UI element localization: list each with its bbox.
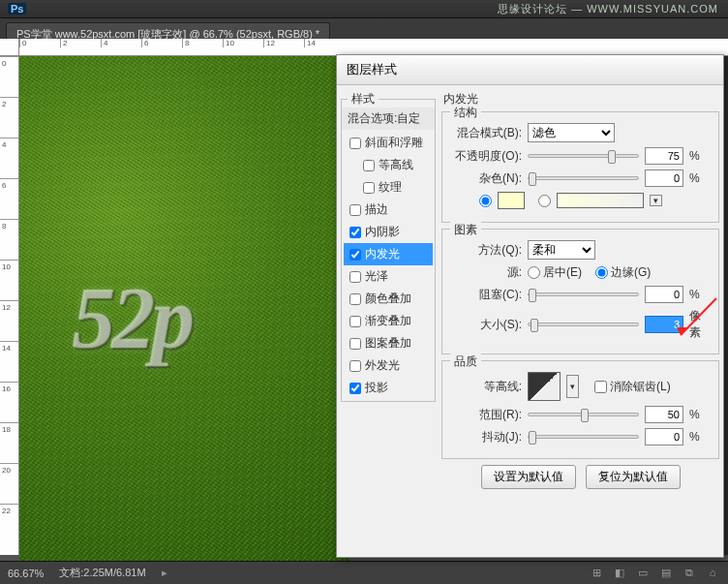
style-item-内阴影[interactable]: 内阴影 [344, 221, 433, 243]
pixel-unit: 像素 [689, 308, 711, 341]
style-checkbox[interactable] [349, 293, 361, 305]
technique-select[interactable]: 柔和 [528, 240, 595, 260]
statusbar-icon[interactable]: ◧ [612, 567, 627, 579]
noise-slider[interactable] [528, 176, 639, 180]
style-label: 投影 [365, 380, 388, 396]
choke-input[interactable] [645, 286, 683, 303]
dialog-title: 图层样式 [337, 55, 723, 85]
style-label: 颜色叠加 [365, 291, 411, 307]
styles-legend: 样式 [348, 91, 379, 108]
style-label: 内发光 [365, 246, 400, 262]
source-edge-radio[interactable]: 边缘(G) [595, 264, 651, 281]
opacity-input[interactable] [645, 147, 683, 165]
blend-options-row[interactable]: 混合选项:自定 [342, 108, 435, 130]
noise-label: 杂色(N): [450, 170, 522, 187]
style-label: 描边 [365, 201, 388, 218]
style-label: 渐变叠加 [365, 313, 411, 329]
style-checkbox[interactable] [349, 204, 361, 216]
technique-label: 方法(Q): [450, 242, 522, 259]
gradient-radio[interactable] [538, 195, 551, 207]
panel-heading: 内发光 [443, 91, 719, 108]
range-label: 范围(R): [450, 407, 522, 423]
layer-style-dialog: 图层样式 样式 混合选项:自定 斜面和浮雕等高线纹理描边内阴影内发光光泽颜色叠加… [336, 54, 724, 558]
jitter-label: 抖动(J): [450, 429, 522, 446]
size-label: 大小(S): [450, 317, 522, 333]
make-default-button[interactable]: 设置为默认值 [481, 465, 576, 489]
opacity-slider[interactable] [528, 154, 639, 158]
style-checkbox[interactable] [349, 360, 361, 372]
noise-input[interactable] [645, 169, 683, 187]
style-label: 纹理 [379, 179, 402, 196]
style-item-光泽[interactable]: 光泽 [344, 265, 433, 288]
style-checkbox[interactable] [349, 227, 361, 238]
blend-mode-label: 混合模式(B): [450, 125, 522, 141]
group-structure: 结构 混合模式(B): 滤色 不透明度(O): % 杂色(N): % [441, 111, 719, 223]
dropdown-icon[interactable]: ▾ [566, 375, 579, 398]
style-checkbox[interactable] [363, 160, 375, 171]
style-item-图案叠加[interactable]: 图案叠加 [344, 332, 433, 354]
style-label: 斜面和浮雕 [365, 135, 423, 151]
gradient-swatch[interactable] [557, 193, 644, 208]
ruler-vertical: 0246810121416182022 [0, 56, 19, 555]
group-quality: 品质 等高线: ▾ 消除锯齿(L) 范围(R): % 抖动(J): [441, 360, 719, 459]
opacity-label: 不透明度(O): [450, 148, 522, 165]
statusbar-icon[interactable]: ⊞ [589, 567, 604, 579]
style-label: 外发光 [365, 357, 400, 374]
reset-default-button[interactable]: 复位为默认值 [586, 465, 681, 489]
range-slider[interactable] [528, 413, 639, 416]
style-checkbox[interactable] [349, 138, 361, 149]
style-item-渐变叠加[interactable]: 渐变叠加 [344, 310, 433, 332]
statusbar-icon[interactable]: ⌂ [705, 567, 720, 579]
blend-options-label: 混合选项:自定 [348, 110, 420, 127]
style-checkbox[interactable] [349, 271, 361, 283]
source-label: 源: [450, 264, 522, 281]
percent-unit: % [689, 408, 711, 421]
style-checkbox[interactable] [349, 316, 361, 327]
source-center-radio[interactable]: 居中(E) [528, 264, 582, 281]
group-elements: 图素 方法(Q): 柔和 源: 居中(E) 边缘(G) 阻塞(C): % [441, 229, 719, 354]
percent-unit: % [689, 171, 711, 185]
percent-unit: % [689, 149, 711, 163]
style-item-纹理[interactable]: 纹理 [344, 176, 433, 199]
contour-label: 等高线: [450, 379, 522, 395]
style-checkbox[interactable] [363, 182, 375, 194]
group-label-elements: 图素 [450, 222, 481, 238]
range-input[interactable] [645, 406, 683, 423]
statusbar-icon[interactable]: ▭ [635, 567, 651, 579]
style-checkbox[interactable] [349, 249, 361, 261]
style-item-内发光[interactable]: 内发光 [344, 243, 433, 265]
style-checkbox[interactable] [349, 338, 361, 350]
dropdown-icon[interactable]: ▾ [650, 195, 662, 206]
choke-slider[interactable] [528, 292, 639, 296]
style-item-颜色叠加[interactable]: 颜色叠加 [344, 288, 433, 310]
jitter-input[interactable] [645, 428, 683, 446]
statusbar-icon[interactable]: ▤ [658, 567, 674, 579]
size-slider[interactable] [528, 323, 639, 326]
zoom-level[interactable]: 66.67% [8, 568, 44, 579]
ruler-corner [0, 39, 19, 56]
style-checkbox[interactable] [349, 383, 361, 394]
jitter-slider[interactable] [528, 435, 639, 439]
style-label: 光泽 [365, 268, 388, 285]
style-item-斜面和浮雕[interactable]: 斜面和浮雕 [344, 132, 433, 154]
group-label-structure: 结构 [450, 105, 481, 121]
style-label: 内阴影 [365, 224, 400, 240]
color-radio[interactable] [479, 195, 492, 207]
percent-unit: % [689, 288, 711, 301]
canvas-image: 52p [19, 56, 349, 579]
contour-picker[interactable] [528, 372, 561, 401]
style-item-外发光[interactable]: 外发光 [344, 354, 433, 377]
style-item-描边[interactable]: 描边 [344, 199, 433, 221]
app-icon: Ps [8, 3, 26, 15]
antialias-checkbox[interactable]: 消除锯齿(L) [594, 379, 671, 395]
blend-mode-select[interactable]: 滤色 [528, 123, 615, 142]
style-item-投影[interactable]: 投影 [344, 377, 433, 399]
statusbar-icon[interactable]: ⧉ [682, 567, 697, 579]
style-item-等高线[interactable]: 等高线 [344, 154, 433, 176]
watermark-text: 思缘设计论坛 — WWW.MISSYUAN.COM [498, 2, 718, 16]
choke-label: 阻塞(C): [450, 287, 522, 303]
style-label: 图案叠加 [365, 335, 411, 352]
size-input[interactable] [645, 316, 683, 333]
color-swatch[interactable] [498, 192, 525, 209]
canvas-glass-text: 52p [73, 269, 192, 369]
